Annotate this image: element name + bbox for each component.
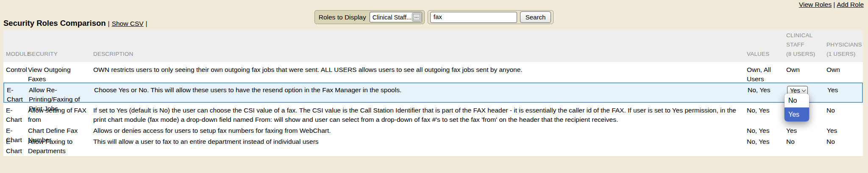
table-row: E-Chart Chart Define Fax Number Allows o… [3, 124, 863, 135]
chevron-down-icon [802, 88, 806, 92]
cell-values: No, Yes [744, 126, 784, 135]
select-dropdown-menu: No Yes [785, 93, 809, 121]
page-title: Security Roles Comparison [3, 19, 106, 28]
cell-physicians[interactable]: No [824, 106, 863, 115]
cell-values: No, Yes [744, 106, 784, 115]
cell-description: OWN restricts users to only seeing their… [91, 65, 744, 74]
roles-selector-ellipsis-button[interactable]: ... [412, 13, 421, 22]
cell-description: This will allow a user to fax to an enti… [91, 137, 744, 146]
column-header-clinical-staff: CLINICAL STAFF (8 USERS) [784, 31, 824, 62]
dropdown-option-yes[interactable]: Yes [785, 107, 809, 121]
table-row: E-Chart Allow setting of FAX from If set… [3, 103, 863, 124]
show-csv-link[interactable]: Show CSV [112, 20, 144, 27]
search-group: fax Search [428, 10, 554, 24]
table-header-row: MODULE SECURITY DESCRIPTION VALUES CLINI… [3, 30, 863, 62]
column-header-values: VALUES [744, 49, 784, 62]
header-links: View Roles|Add Role [799, 1, 864, 8]
cell-security: Allow setting of FAX from [25, 106, 91, 124]
roles-to-display-group: Roles to Display Clinical Staff... ... [314, 10, 425, 24]
column-header-description: DESCRIPTION [91, 49, 744, 62]
cell-security: Allow Faxing to Departments [25, 137, 91, 156]
security-roles-table: MODULE SECURITY DESCRIPTION VALUES CLINI… [3, 30, 863, 156]
cell-clinical-staff[interactable]: Own [784, 65, 824, 74]
cell-description: Choose Yes or No. This will allow these … [92, 85, 745, 95]
cell-module: E-Chart [3, 137, 25, 156]
table-row-highlighted: E-Chart Allow Re-Printing/Faxing of Prin… [3, 82, 863, 103]
cell-physicians[interactable]: Yes [824, 126, 863, 135]
title-separator: | [146, 20, 147, 27]
cell-values: No, Yes [745, 85, 785, 95]
security-roles-page: { "colors": { "page_background": "#f1ead… [0, 0, 868, 173]
column-header-module: MODULE [3, 49, 25, 62]
title-bar: Security Roles Comparison | Show CSV | [3, 19, 150, 28]
table-row: E-Chart Allow Faxing to Departments This… [3, 135, 863, 156]
column-header-security: SECURITY [25, 49, 91, 62]
column-header-physicians: PHYSICIANS (1 USERS) [824, 40, 863, 62]
dropdown-option-no[interactable]: No [785, 93, 809, 107]
cell-description: If set to Yes (default is No) the user c… [91, 106, 744, 124]
search-button[interactable]: Search [520, 11, 551, 23]
cell-values: Own, All Users [744, 65, 784, 84]
title-separator: | [108, 20, 110, 27]
cell-description: Allows or denies access for users to set… [91, 126, 744, 135]
table-row: Control View Outgoing Faxes OWN restrict… [3, 62, 863, 82]
cell-module: E-Chart [4, 85, 26, 104]
cell-physicians[interactable]: No [824, 137, 863, 146]
cell-module: Control [3, 65, 25, 74]
cell-values: No, Yes [744, 137, 784, 146]
search-input[interactable]: fax [430, 12, 517, 23]
cell-physicians[interactable]: Yes [825, 85, 864, 95]
cell-module: E-Chart [3, 106, 25, 124]
links-separator: | [833, 1, 835, 8]
roles-selector[interactable]: Clinical Staff... ... [370, 12, 422, 22]
cell-clinical-staff[interactable]: No [784, 137, 824, 146]
roles-selector-value: Clinical Staff... [373, 14, 412, 21]
add-role-link[interactable]: Add Role [837, 1, 864, 8]
cell-clinical-staff[interactable]: Yes [784, 126, 824, 135]
cell-security: View Outgoing Faxes [25, 65, 91, 84]
roles-to-display-label: Roles to Display [319, 14, 366, 21]
cell-physicians[interactable]: Own [824, 65, 863, 74]
view-roles-link[interactable]: View Roles [799, 1, 832, 8]
